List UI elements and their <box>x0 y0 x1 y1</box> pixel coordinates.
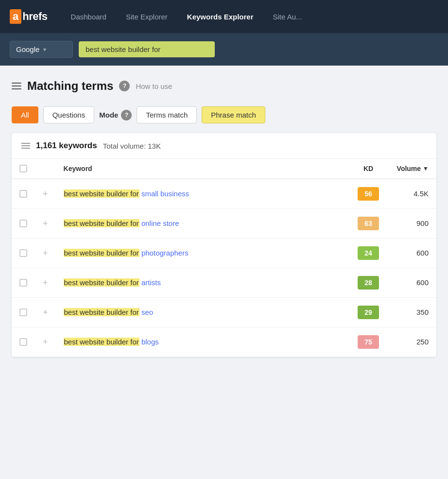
row-volume-cell: 900 <box>388 209 436 239</box>
kd-col-header[interactable]: KD <box>349 159 388 179</box>
row-keyword-cell: best website builder for blogs <box>56 327 349 357</box>
nav-dashboard[interactable]: Dashboard <box>63 9 114 25</box>
row-keyword-cell: best website builder for artists <box>56 268 349 298</box>
volume-col-header[interactable]: Volume ▼ <box>388 159 436 179</box>
page-header: Matching terms ? How to use <box>12 75 436 97</box>
row-checkbox[interactable] <box>19 249 27 257</box>
questions-filter-button[interactable]: Questions <box>43 106 95 123</box>
page-content: Matching terms ? How to use All Question… <box>0 66 448 367</box>
row-add-cell: + <box>35 239 56 268</box>
keywords-table: Keyword KD Volume ▼ <box>12 159 436 357</box>
row-keyword-cell: best website builder for seo <box>56 298 349 327</box>
kd-col-label: KD <box>363 165 373 172</box>
volume-value: 250 <box>416 338 429 346</box>
navbar: a hrefs Dashboard Site Explorer Keywords… <box>0 0 448 33</box>
row-add-cell: + <box>35 179 56 209</box>
add-keyword-icon[interactable]: + <box>43 337 48 347</box>
terms-match-button[interactable]: Terms match <box>137 106 197 123</box>
phrase-match-button[interactable]: Phrase match <box>202 106 265 123</box>
total-volume: Total volume: 13K <box>103 142 161 150</box>
row-kd-cell: 24 <box>349 239 388 268</box>
logo-text: hrefs <box>22 10 47 23</box>
row-volume-cell: 250 <box>388 327 436 357</box>
row-keyword-cell: best website builder for small business <box>56 179 349 209</box>
kd-badge: 29 <box>358 306 379 319</box>
nav-keywords-explorer[interactable]: Keywords Explorer <box>179 9 261 25</box>
kd-badge: 24 <box>358 246 379 260</box>
kd-badge: 28 <box>358 276 379 290</box>
keyword-col-label: Keyword <box>64 165 92 172</box>
row-checkbox-cell <box>12 298 35 327</box>
row-checkbox[interactable] <box>19 308 27 316</box>
keyword-suffix: seo <box>141 308 153 316</box>
volume-value: 900 <box>416 219 429 227</box>
results-summary: 1,161 keywords Total volume: 13K <box>12 133 436 159</box>
keyword-suffix: photographers <box>141 249 189 257</box>
mode-text: Mode <box>99 111 118 119</box>
logo-a-letter: a <box>10 9 21 24</box>
keywords-count: 1,161 keywords <box>36 141 97 151</box>
kd-badge: 63 <box>358 217 379 230</box>
keyword-base: best website builder for <box>64 278 139 287</box>
keyword-base: best website builder for <box>64 189 139 198</box>
search-engine-label: Google <box>16 45 39 53</box>
row-checkbox-cell <box>12 268 35 298</box>
row-checkbox[interactable] <box>19 279 27 287</box>
keyword-search-input[interactable] <box>79 41 215 57</box>
filter-row: All Questions Mode ? Terms match Phrase … <box>12 106 436 123</box>
volume-value: 600 <box>416 249 429 257</box>
row-checkbox[interactable] <box>19 338 27 346</box>
row-kd-cell: 28 <box>349 268 388 298</box>
how-to-use-link[interactable]: How to use <box>136 82 172 90</box>
table-row: + best website builder for artists 28 60… <box>12 268 436 298</box>
row-kd-cell: 56 <box>349 179 388 209</box>
keyword-base: best website builder for <box>64 338 139 346</box>
add-keyword-icon[interactable]: + <box>43 308 48 317</box>
all-filter-button[interactable]: All <box>12 106 38 123</box>
row-add-cell: + <box>35 298 56 327</box>
keyword-col-header: Keyword <box>56 159 349 179</box>
row-volume-cell: 600 <box>388 268 436 298</box>
nav-site-audit[interactable]: Site Au... <box>265 9 310 25</box>
row-checkbox[interactable] <box>19 190 27 198</box>
search-bar: Google ▾ <box>0 33 448 66</box>
keyword-base: best website builder for <box>64 308 139 316</box>
table-row: + best website builder for blogs 75 250 <box>12 327 436 357</box>
row-add-cell: + <box>35 209 56 239</box>
row-checkbox[interactable] <box>19 220 27 227</box>
row-checkbox-cell <box>12 179 35 209</box>
mode-help-icon[interactable]: ? <box>121 110 132 120</box>
table-row: + best website builder for seo 29 350 <box>12 298 436 327</box>
row-kd-cell: 63 <box>349 209 388 239</box>
add-keyword-icon[interactable]: + <box>43 278 48 288</box>
logo[interactable]: a hrefs <box>10 9 48 24</box>
volume-value: 600 <box>416 278 429 287</box>
add-keyword-icon[interactable]: + <box>43 189 48 199</box>
row-checkbox-cell <box>12 239 35 268</box>
row-volume-cell: 350 <box>388 298 436 327</box>
select-all-checkbox[interactable] <box>19 165 27 172</box>
volume-value: 4.5K <box>414 189 429 198</box>
summary-menu-icon[interactable] <box>21 143 30 149</box>
row-keyword-cell: best website builder for online store <box>56 209 349 239</box>
keyword-text: best website builder for online store <box>64 219 179 227</box>
help-icon[interactable]: ? <box>119 81 130 91</box>
volume-col-label: Volume <box>397 165 421 172</box>
keyword-suffix: blogs <box>141 338 159 346</box>
row-checkbox-cell <box>12 209 35 239</box>
mode-label: Mode ? <box>99 110 132 120</box>
keyword-base: best website builder for <box>64 249 139 257</box>
select-all-col <box>12 159 35 179</box>
add-keyword-icon[interactable]: + <box>43 219 48 228</box>
keyword-suffix: artists <box>141 278 161 287</box>
sidebar-toggle-icon[interactable] <box>12 83 21 89</box>
search-engine-selector[interactable]: Google ▾ <box>10 41 73 58</box>
table-header-row: Keyword KD Volume ▼ <box>12 159 436 179</box>
keyword-text: best website builder for artists <box>64 278 161 287</box>
keyword-text: best website builder for seo <box>64 308 154 316</box>
nav-site-explorer[interactable]: Site Explorer <box>118 9 175 25</box>
table-row: + best website builder for photographers… <box>12 239 436 268</box>
keyword-base: best website builder for <box>64 219 139 227</box>
volume-value: 350 <box>416 308 429 316</box>
add-keyword-icon[interactable]: + <box>43 248 48 258</box>
